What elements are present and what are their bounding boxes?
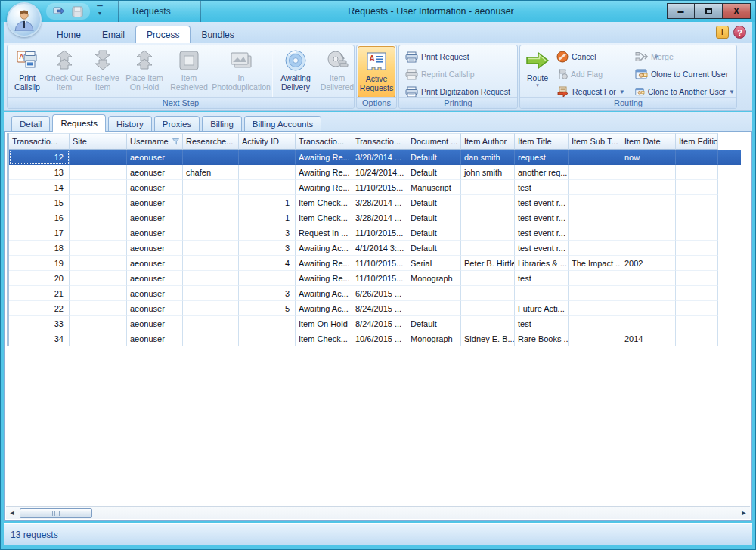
clone-to-current-user-icon <box>635 69 648 80</box>
table-row[interactable]: 22aeonuser5Awaiting Ac...8/24/2015 ...Fu… <box>9 301 741 316</box>
column-header-site[interactable]: Site <box>70 133 127 150</box>
tab-billing-accounts[interactable]: Billing Accounts <box>244 116 322 131</box>
table-row[interactable]: 19aeonuser4Awaiting Re...11/10/2015...Se… <box>9 256 741 271</box>
tab-history[interactable]: History <box>108 116 152 131</box>
column-header-label: Site <box>73 137 87 146</box>
print-request-icon <box>405 51 418 63</box>
column-header-transactio[interactable]: Transactio... <box>296 133 352 150</box>
table-cell <box>183 256 239 271</box>
table-cell <box>239 180 296 195</box>
cancel-icon <box>556 51 569 63</box>
minimize-button[interactable]: ▬ <box>667 3 695 19</box>
place-item-on-hold-icon <box>134 48 155 73</box>
scroll-right-arrow-icon[interactable]: ► <box>738 508 750 519</box>
request-for-dropdown-caret[interactable]: ▼ <box>619 89 625 95</box>
user-avatar-orb[interactable] <box>7 2 42 37</box>
ribbon-group-printing: Print Request Reprint Callslip Print Dig… <box>398 45 518 109</box>
table-cell: 10/6/2015 ... <box>352 331 407 346</box>
table-row[interactable]: 18aeonuser3Awaiting Ac...4/1/2014 3:...D… <box>9 241 741 256</box>
table-cell: request <box>515 150 569 165</box>
tab-detail[interactable]: Detail <box>11 116 50 131</box>
refresh-icon[interactable] <box>52 5 66 18</box>
help-icon[interactable]: ? <box>733 26 746 39</box>
route-dropdown-caret[interactable]: ▼ <box>535 83 540 88</box>
person-icon <box>13 8 36 31</box>
column-header-transactio[interactable]: Transactio... <box>352 133 407 150</box>
tab-bundles[interactable]: Bundles <box>191 26 244 43</box>
scroll-left-arrow-icon[interactable]: ◄ <box>6 508 18 519</box>
table-row[interactable]: 21aeonuser3Awaiting Ac...6/26/2015 ... <box>9 286 741 301</box>
table-cell <box>70 195 127 210</box>
table-cell: 8/24/2015 ... <box>352 301 407 316</box>
clone-to-another-user-dropdown-caret[interactable]: ▼ <box>729 89 735 95</box>
table-cell <box>183 241 239 256</box>
table-row[interactable]: 12aeonuserAwaiting Re...3/28/2014 ...Def… <box>9 150 741 165</box>
column-header-transactio[interactable]: Transactio... <box>9 133 70 150</box>
table-row[interactable]: 15aeonuser1Item Check...3/28/2014 ...Def… <box>9 195 741 210</box>
print-callslip-button[interactable]: A Print Callslip <box>9 46 45 98</box>
active-requests-button[interactable]: A Active Requests <box>358 46 395 98</box>
tab-home[interactable]: Home <box>46 26 91 43</box>
tab-requests[interactable]: Requests <box>52 114 106 132</box>
awaiting-delivery-button[interactable]: Awaiting Delivery <box>274 46 317 98</box>
table-cell <box>239 316 296 331</box>
clone-to-current-user-button[interactable]: Clone to Current User <box>635 67 735 82</box>
column-header-item-date[interactable]: Item Date <box>621 133 676 150</box>
quick-access-toolbar: ▔▼ <box>46 3 105 20</box>
column-header-username[interactable]: Username <box>127 133 183 150</box>
table-cell <box>70 180 127 195</box>
group-label-next-step: Next Step <box>8 97 354 108</box>
table-cell: Request In ... <box>296 225 352 241</box>
horizontal-scrollbar[interactable]: ◄ ► <box>6 506 750 519</box>
scrollbar-thumb[interactable] <box>20 508 92 518</box>
column-header-researche[interactable]: Researche... <box>183 133 239 150</box>
table-cell <box>70 241 127 256</box>
tab-email[interactable]: Email <box>91 26 135 43</box>
tab-process[interactable]: Process <box>135 26 191 43</box>
table-cell <box>569 271 621 286</box>
column-header-item-edition[interactable]: Item Edition <box>676 133 718 150</box>
pin-note-icon[interactable]: i <box>716 26 729 39</box>
tab-billing[interactable]: Billing <box>202 116 242 131</box>
table-row[interactable]: 33aeonuserItem On Hold8/24/2015 ...Defau… <box>9 316 741 331</box>
table-cell: Default <box>407 150 461 165</box>
table-cell: 1 <box>239 195 296 210</box>
close-button[interactable]: X <box>723 3 751 19</box>
qat-overflow-icon[interactable]: ▔▼ <box>94 5 105 17</box>
svg-text:A: A <box>19 53 24 61</box>
maximize-button[interactable] <box>695 3 723 19</box>
filter-icon[interactable] <box>172 138 179 145</box>
table-row[interactable]: 16aeonuser1Item Check...3/28/2014 ...Def… <box>9 210 741 225</box>
table-row[interactable]: 17aeonuser3Request In ...11/10/2015...De… <box>9 225 741 241</box>
table-cell <box>621 316 676 331</box>
tab-proxies[interactable]: Proxies <box>154 116 200 131</box>
table-cell: aeonuser <box>127 225 183 241</box>
column-header-item-sub-t[interactable]: Item Sub T... <box>569 133 621 150</box>
table-row[interactable]: 20aeonuserAwaiting Re...11/10/2015...Mon… <box>9 271 741 286</box>
table-cell <box>569 180 621 195</box>
table-row[interactable]: 13aeonuserchafenAwaiting Re...10/24/2014… <box>9 165 741 180</box>
group-label-printing: Printing <box>399 97 517 108</box>
table-cell: Awaiting Re... <box>296 150 352 165</box>
table-cell <box>569 241 621 256</box>
table-cell: Awaiting Re... <box>296 256 352 271</box>
table-cell: Manuscript <box>407 180 461 195</box>
table-row[interactable]: 14aeonuserAwaiting Re...11/10/2015...Man… <box>9 180 741 195</box>
column-header-activity-id[interactable]: Activity ID <box>239 133 296 150</box>
table-cell: Monograph <box>407 271 461 286</box>
column-header-document[interactable]: Document ... <box>407 133 461 150</box>
grid-header-row: Transactio...SiteUsernameResearche...Act… <box>9 133 741 150</box>
table-cell: Awaiting Ac... <box>296 286 352 301</box>
table-cell <box>461 225 515 241</box>
column-header-item-author[interactable]: Item Author <box>461 133 515 150</box>
check-out-item-button: Check Out Item <box>45 46 83 98</box>
table-cell <box>70 271 127 286</box>
check-out-item-icon <box>54 48 75 73</box>
column-header-item-title[interactable]: Item Title <box>515 133 569 150</box>
route-button[interactable]: Route ▼ <box>522 46 553 98</box>
print-request-button[interactable]: Print Request <box>405 49 469 64</box>
table-row[interactable]: 34aeonuserItem Check...10/6/2015 ...Mono… <box>9 331 741 346</box>
document-tab-bar: Detail Requests History Proxies Billing … <box>4 112 752 131</box>
table-cell <box>407 286 461 301</box>
column-header-label: Item Title <box>518 137 552 146</box>
